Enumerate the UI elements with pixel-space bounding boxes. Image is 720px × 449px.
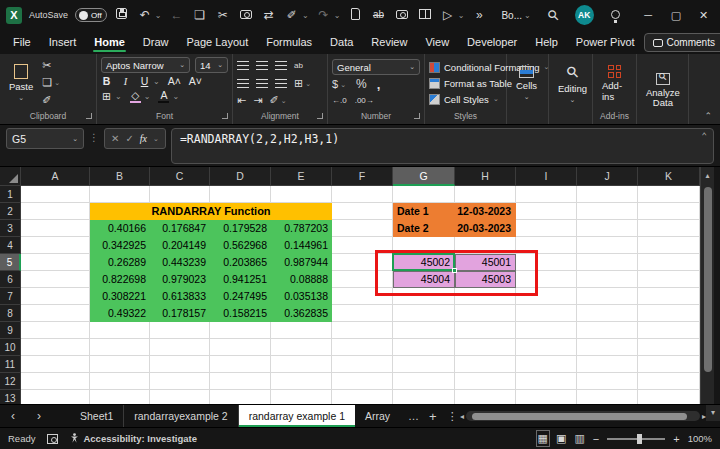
vertical-scrollbar-thumb[interactable] [704,187,712,372]
alignment-dialog-launcher[interactable] [317,113,323,119]
formula-input[interactable]: =RANDARRAY(2,2,H2,H3,1) ⌃ [171,128,714,164]
macro-record-icon[interactable] [47,434,58,444]
paste-button[interactable]: Paste ⌄ [4,57,38,109]
column-header-j[interactable]: J [577,167,638,186]
page-break-view-icon[interactable]: ▥ [574,432,584,445]
cells-button[interactable]: Cells ⌄ [511,57,542,109]
column-header-k[interactable]: K [638,167,700,186]
row-header-7[interactable]: 7 [0,288,21,305]
scroll-left-icon[interactable]: ◂ [460,412,464,421]
format-painter-button[interactable]: ✐ [42,94,60,107]
grid-cell-C4[interactable]: 0.204149 [150,237,210,254]
sheet-menu-dots-icon[interactable]: ⋮ [447,410,458,423]
orientation-button[interactable]: ✐⌄ [269,94,286,107]
ribbon-tab-formulas[interactable]: Formulas [257,32,321,54]
row-header-2[interactable]: 2 [0,203,21,220]
grid-cell-E8[interactable]: 0.362835 [271,305,332,322]
search-icon[interactable]: ⚲ [542,4,563,25]
grid-cell-D5[interactable]: 0.203865 [210,254,271,271]
merge-center-button[interactable]: ⊞⌄ [294,77,311,90]
row-header-1[interactable]: 1 [0,186,21,203]
ribbon-tab-file[interactable]: File [4,32,40,54]
grid-cell-C5[interactable]: 0.443239 [150,254,210,271]
sheet-grid[interactable]: ABCDEFGHIJK12345678910111213RANDARRAY Fu… [0,167,700,404]
row-header-8[interactable]: 8 [0,305,21,322]
shrink-font-button[interactable]: A˅ [189,75,202,87]
column-header-a[interactable]: A [21,167,90,186]
column-header-i[interactable]: I [516,167,577,186]
font-color-button[interactable]: A [158,89,169,103]
grid-cell-C3[interactable]: 0.176847 [150,220,210,237]
flow-icon[interactable]: ▷ [440,8,456,22]
cancel-entry-icon[interactable]: ✕ [111,133,119,144]
grid-cell-B8[interactable]: 0.49322 [90,305,150,322]
ribbon-tab-developer[interactable]: Developer [458,32,526,54]
confirm-entry-icon[interactable]: ✓ [125,133,133,144]
grid-cell-E4[interactable]: 0.144961 [271,237,332,254]
row-header-6[interactable]: 6 [0,271,21,288]
expand-formula-bar-icon[interactable]: ⌃ [702,131,707,141]
font-color-chevron-icon[interactable]: ⌄ [172,92,179,101]
underline-button[interactable]: U [139,75,150,87]
increase-indent-button[interactable]: ⇥ [253,94,262,107]
row-header-9[interactable]: 9 [0,322,21,339]
column-header-h[interactable]: H [455,167,516,186]
scroll-down-icon[interactable]: ▾ [706,405,720,421]
wrap-text-button[interactable]: ab [294,59,303,72]
grid-cell-D4[interactable]: 0.562968 [210,237,271,254]
grow-font-button[interactable]: A˄ [168,75,181,87]
excel-logo-icon[interactable]: X [6,7,22,24]
align-bottom-button[interactable] [275,61,287,70]
grid-cell-E6[interactable]: 0.08888 [271,271,332,288]
grid-cell-D8[interactable]: 0.158215 [210,305,271,322]
align-right-button[interactable] [275,79,287,88]
decrease-indent-button[interactable]: ⇤ [237,94,246,107]
horizontal-scrollbar[interactable]: ◂ ▸ [460,410,706,422]
select-all-corner[interactable] [0,167,21,186]
undo-icon[interactable]: ↶ [137,8,153,22]
grid-cell-D6[interactable]: 0.941251 [210,271,271,288]
fx-chevron-icon[interactable]: ⌄ [153,135,159,143]
column-header-d[interactable]: D [210,167,271,186]
name-box[interactable]: G5 ⌄ [6,128,84,149]
annotate-icon[interactable]: ab [370,8,386,22]
maximize-button[interactable]: ▢ [666,9,687,22]
workbook-name[interactable]: Bo... [501,10,522,21]
grid-cell-H3[interactable]: 20-03-2023 [455,220,516,237]
sheet-tab-sheet1[interactable]: Sheet1 [70,405,124,427]
ribbon-tab-review[interactable]: Review [362,32,416,54]
column-header-f[interactable]: F [332,167,393,186]
accessibility-status[interactable]: Accessibility: Investigate [70,433,197,444]
column-header-c[interactable]: C [150,167,210,186]
comments-button[interactable]: Comments [644,33,720,52]
grid-cell-E5[interactable]: 0.987944 [271,254,332,271]
comma-style-button[interactable]: , [377,78,381,91]
row-header-5[interactable]: 5 [0,254,21,271]
row-header-3[interactable]: 3 [0,220,21,237]
copy-button[interactable]: ❏⌄ [42,76,60,89]
zoom-out-button[interactable]: − [593,433,599,445]
borders-chevron-icon[interactable]: ⌄ [115,92,122,101]
minimize-button[interactable]: ─ [638,9,659,21]
sheet-tab-randarrayexample-2[interactable]: randarrayexample 2 [124,405,238,427]
column-header-b[interactable]: B [90,167,150,186]
paste-picture-icon[interactable] [238,8,254,22]
insert-function-icon[interactable]: fx [140,133,147,144]
number-format-select[interactable]: General ⌄ [332,59,420,75]
row-header-11[interactable]: 11 [0,356,21,373]
copy-icon[interactable]: ❏ [192,8,208,22]
editing-button[interactable]: ⚲ Editing ⌄ [553,57,592,109]
zoom-slider[interactable] [607,438,665,440]
grid-cell-D3[interactable]: 0.179528 [210,220,271,237]
fill-color-chevron-icon[interactable]: ⌄ [144,92,151,101]
draw-icon[interactable]: ✐ [284,8,300,22]
ribbon-tab-help[interactable]: Help [526,32,567,54]
fill-color-button[interactable]: ◇ [130,89,141,103]
font-dialog-launcher[interactable] [222,113,228,119]
font-size-select[interactable]: 14 ⌄ [195,57,228,73]
grid-cell-E7[interactable]: 0.035138 [271,288,332,305]
percent-style-button[interactable]: % [356,78,367,91]
align-top-button[interactable] [237,61,249,70]
close-button[interactable]: ✕ [693,9,714,22]
tips-lightbulb-icon[interactable] [608,8,624,22]
